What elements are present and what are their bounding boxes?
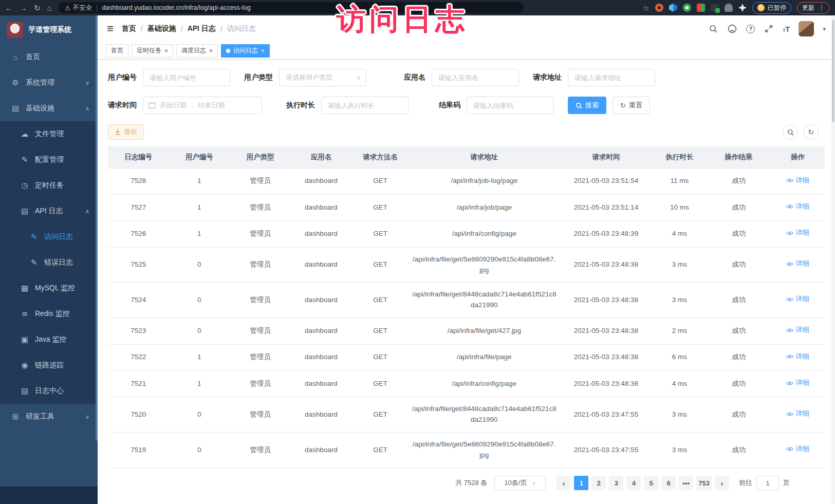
detail-link[interactable]: 详细 xyxy=(786,294,809,305)
toggle-search-button[interactable] xyxy=(783,124,798,140)
detail-link-label: 详细 xyxy=(795,444,809,455)
sidebar-item[interactable]: ◷定时任务 xyxy=(0,173,98,198)
window-scrollbar-thumb[interactable] xyxy=(832,20,834,122)
tab-item[interactable]: 调度日志× xyxy=(176,44,218,58)
page-button[interactable]: 2 xyxy=(591,476,606,490)
help-icon[interactable]: ? xyxy=(746,25,755,33)
request-url-input[interactable] xyxy=(568,69,655,86)
app-name-input[interactable] xyxy=(432,69,519,86)
detail-link[interactable]: 详细 xyxy=(786,258,809,269)
page-button[interactable]: 3 xyxy=(609,476,623,490)
page-button[interactable]: 753 xyxy=(696,476,712,490)
warning-icon: ⚠ xyxy=(65,4,70,12)
result-code-input[interactable] xyxy=(467,97,554,114)
sidebar-item[interactable]: ✎配置管理 xyxy=(0,147,98,173)
sidebar-item[interactable]: ☁文件管理 xyxy=(0,121,98,147)
sidebar-item[interactable]: ⌂首页 xyxy=(0,44,98,70)
close-icon[interactable]: × xyxy=(209,48,213,54)
sidebar-item[interactable]: ▤API 日志∧ xyxy=(0,198,98,224)
config-edit-icon: ✎ xyxy=(21,155,29,164)
avatar-caret-down-icon[interactable]: ▾ xyxy=(823,26,826,32)
breadcrumb-item[interactable]: 基础设施 xyxy=(147,24,176,33)
page-button[interactable]: 1 xyxy=(574,476,588,490)
sidebar-item[interactable]: ≋Redis 监控 xyxy=(0,301,98,327)
extension-icon[interactable] xyxy=(655,4,663,12)
sidebar-item[interactable]: ⚙系统管理∨ xyxy=(0,70,98,96)
detail-link[interactable]: 详细 xyxy=(786,378,809,388)
close-icon[interactable]: × xyxy=(261,48,265,54)
cell-duration: 3 ms xyxy=(653,397,707,433)
cell-duration: 6 ms xyxy=(653,344,707,370)
cell-result: 成功 xyxy=(707,318,771,344)
browser-update-button[interactable]: 更新 ⋮ xyxy=(797,2,830,14)
jump-page-input[interactable] xyxy=(756,476,779,490)
user-avatar[interactable] xyxy=(799,21,814,36)
next-page-button[interactable]: › xyxy=(715,476,729,490)
detail-link[interactable]: 详细 xyxy=(786,201,809,212)
detail-link-label: 详细 xyxy=(795,228,809,238)
browser-menu-icon[interactable]: ⋮ xyxy=(819,4,825,11)
browser-home-icon[interactable]: ⌂ xyxy=(47,4,52,12)
sidebar-item[interactable]: ▤日志中心 xyxy=(0,378,98,404)
cell-app-name: dashboard xyxy=(291,247,352,283)
detail-link[interactable]: 详细 xyxy=(786,325,809,335)
hamburger-icon[interactable]: ≡ xyxy=(107,22,114,35)
sidebar-item[interactable]: ▦MySQL 监控 xyxy=(0,275,98,301)
profile-paused-badge[interactable]: 已暂停 xyxy=(752,2,791,14)
window-scrollbar[interactable] xyxy=(831,15,835,504)
search-button[interactable]: 搜索 xyxy=(568,97,606,114)
detail-link[interactable]: 详细 xyxy=(786,351,809,362)
browser-forward-icon[interactable]: → xyxy=(20,4,27,12)
export-button[interactable]: 导出 xyxy=(108,124,144,140)
extension-icon[interactable] xyxy=(683,4,691,12)
sidebar-item-label: 研发工具 xyxy=(26,412,54,421)
browser-reload-icon[interactable]: ↻ xyxy=(34,4,41,12)
tab-item[interactable]: 定时任务× xyxy=(132,44,173,58)
sidebar-item[interactable]: ▣Java 监控 xyxy=(0,327,98,352)
user-id-input[interactable] xyxy=(143,69,230,86)
security-warning[interactable]: ⚠ 不安全 xyxy=(65,4,92,12)
page-button[interactable]: 6 xyxy=(661,476,676,490)
close-icon[interactable]: × xyxy=(164,48,168,54)
extension-icon[interactable] xyxy=(669,4,677,12)
extension-icon[interactable] xyxy=(697,4,705,12)
page-button[interactable]: 4 xyxy=(626,476,641,490)
detail-link[interactable]: 详细 xyxy=(786,444,809,455)
duration-input[interactable] xyxy=(321,97,409,114)
sidebar-item[interactable]: ✎访问日志 xyxy=(0,224,98,250)
app-logo[interactable]: 芋道管理系统 xyxy=(0,15,98,44)
github-icon[interactable] xyxy=(727,24,737,34)
extension-icon[interactable] xyxy=(725,4,733,12)
scheduled-task-icon: ◷ xyxy=(21,181,29,190)
browser-back-icon[interactable]: ← xyxy=(5,4,13,12)
request-time-range-picker[interactable]: 开始日期 – 结束日期 xyxy=(143,97,262,114)
reset-button[interactable]: ↻ 重置 xyxy=(613,97,650,114)
extension-icon[interactable] xyxy=(738,4,747,12)
sidebar-item[interactable]: ◉链路追踪 xyxy=(0,352,98,378)
breadcrumb-item[interactable]: 首页 xyxy=(122,24,136,33)
url-text: dashboard.yudao.iocoder.cn/infra/log/api… xyxy=(102,4,251,11)
sidebar-item[interactable]: ⊞研发工具∨ xyxy=(0,404,98,430)
cell-result: 成功 xyxy=(707,247,771,283)
cell-method: GET xyxy=(351,221,409,247)
page-button[interactable]: 5 xyxy=(644,476,658,490)
bookmark-star-icon[interactable]: ☆ xyxy=(643,4,650,12)
detail-link[interactable]: 详细 xyxy=(786,175,809,186)
detail-link[interactable]: 详细 xyxy=(786,408,809,419)
detail-link[interactable]: 详细 xyxy=(786,228,809,238)
address-bar[interactable]: ⚠ 不安全 | dashboard.yudao.iocoder.cn/infra… xyxy=(59,2,524,13)
breadcrumb-item[interactable]: API 日志 xyxy=(188,24,216,33)
extension-icon[interactable] xyxy=(711,4,719,12)
cell-duration: 10 ms xyxy=(653,194,707,220)
font-size-icon[interactable]: тT xyxy=(783,25,790,33)
tab-active[interactable]: 访问日志× xyxy=(221,44,270,58)
refresh-button[interactable]: ↻ xyxy=(803,124,819,140)
fullscreen-icon[interactable] xyxy=(764,24,774,34)
search-icon[interactable] xyxy=(708,24,718,34)
tab-item[interactable]: 首页 xyxy=(106,44,128,58)
user-type-select[interactable]: 请选择用户类型 ∨ xyxy=(279,69,366,86)
prev-page-button[interactable]: ‹ xyxy=(556,476,571,490)
page-size-select[interactable]: 10条/页 ∨ xyxy=(494,476,546,490)
sidebar-item[interactable]: ✎错误日志 xyxy=(0,250,98,275)
sidebar-item[interactable]: ▤基础设施∧ xyxy=(0,96,98,121)
